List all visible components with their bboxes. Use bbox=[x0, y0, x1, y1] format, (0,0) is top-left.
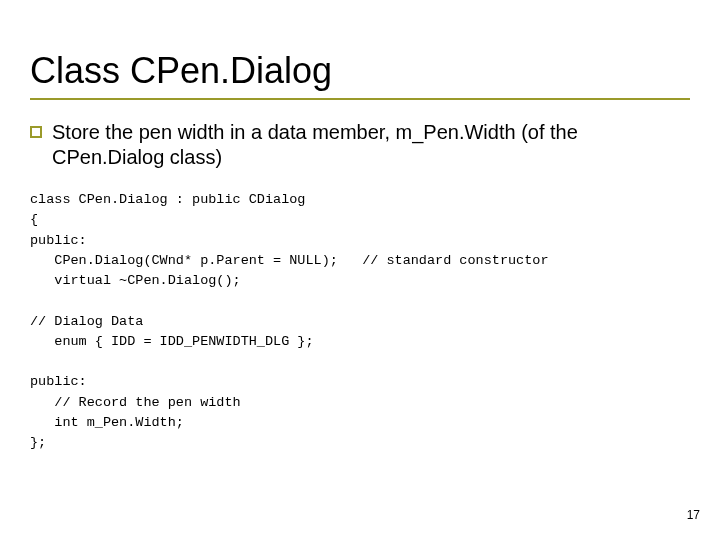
page-number: 17 bbox=[687, 508, 700, 522]
square-bullet-icon bbox=[30, 126, 42, 138]
bullet-text: Store the pen width in a data member, m_… bbox=[52, 120, 690, 170]
bullet-row: Store the pen width in a data member, m_… bbox=[30, 120, 690, 170]
slide-title: Class CPen.Dialog bbox=[30, 50, 690, 100]
code-block: class CPen.Dialog : public CDialog { pub… bbox=[30, 190, 690, 453]
